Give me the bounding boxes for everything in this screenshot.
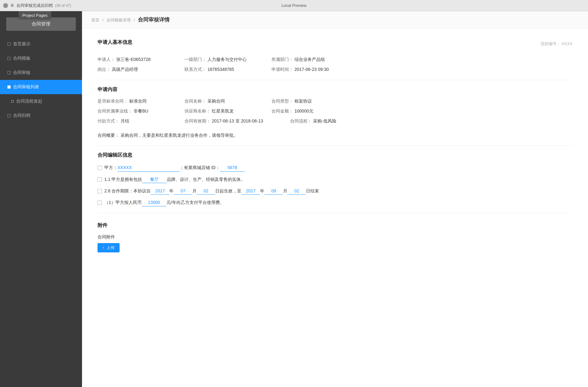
is-standard-item: 是否标准合同： 标准合同 xyxy=(98,99,166,104)
sidebar-icon-flow xyxy=(11,100,14,103)
sidebar-item-flow[interactable]: 合同流程发起 xyxy=(0,94,82,108)
sidebar-item-review-list[interactable]: 合同审核列表 xyxy=(0,80,82,94)
sidebar-label-archive: 合同归档 xyxy=(13,113,30,118)
sidebar-item-archive[interactable]: 合同归档 xyxy=(0,108,82,123)
breadcrumb-sep1: / xyxy=(103,18,104,22)
page-title: 合同审核详情 xyxy=(138,17,170,23)
sidebar-item-template[interactable]: 合同模板 xyxy=(0,51,82,66)
request-row-1: 是否标准合同： 标准合同 合同名称： 采购合同 合同类型： 框架协议 xyxy=(98,99,572,104)
sidebar-label-review: 合同审核 xyxy=(13,70,30,76)
main-layout: 合同管理 首页展示 合同模板 合同审核 合同审核列表 合同流程发起 合同归档 xyxy=(0,11,588,387)
project-pages-tooltip: Project Pages xyxy=(19,11,51,20)
sidebar-item-review[interactable]: 合同审核 xyxy=(0,66,82,80)
business-line-item: 合同所属事业线： 非餐BU xyxy=(98,108,166,114)
attachment-title: 附件 xyxy=(98,222,572,229)
edit-item-clause1: 1.1 甲方是拥有包括餐厅品牌、设计、生产、经销及零售的实体。 xyxy=(98,176,572,183)
applicant-row-1: 申请人： 张三爸-E0653728 一级部门： 人力服务与交付中心 所属部门： … xyxy=(98,57,572,62)
sidebar-icon-home xyxy=(7,43,11,46)
field-brand[interactable]: 餐厅 xyxy=(142,176,167,183)
edit-section: 合同编辑区信息 甲方：XXXXX；有莱商城店铺 ID：5678 1.1 甲方是拥… xyxy=(98,152,572,206)
applicant-name-item: 申请人： 张三爸-E0653728 xyxy=(98,57,166,62)
attachment-sub-label: 合同附件 xyxy=(98,234,572,240)
field-d2[interactable]: 02 xyxy=(287,187,306,195)
edit-section-title: 合同编辑区信息 xyxy=(98,152,572,159)
department-item: 一级部门： 人力服务与交付中心 xyxy=(185,57,253,62)
field-m2[interactable]: 09 xyxy=(264,187,283,195)
document-title: 合同审核完成后归档 xyxy=(16,3,53,8)
field-y2[interactable]: 2017 xyxy=(241,187,260,195)
checkbox-clause2[interactable] xyxy=(98,189,102,193)
checkbox-clause3[interactable] xyxy=(98,200,102,205)
sidebar-label-review-list: 合同审核列表 xyxy=(13,84,39,90)
supplier-item: 供应商名称： 红星美凯龙 xyxy=(185,108,253,114)
divider-3 xyxy=(98,213,572,213)
request-row-3: 付款方式： 月结 合同有效期： 2017-06-13 至 2018-06-13 … xyxy=(98,118,572,124)
flow-number: 流程编号： XXXX xyxy=(540,41,572,47)
attachment-section: 附件 合同附件 ↑ 上传 xyxy=(98,222,572,252)
divider-2 xyxy=(98,145,572,146)
request-section-title: 申请内容 xyxy=(98,86,572,93)
sidebar-icon-archive xyxy=(7,114,11,117)
content-area: 首页 / 合同模板管理 / 合同审核详情 申请人基本信息 流程编号： XXXX xyxy=(82,11,588,387)
divider-1 xyxy=(98,80,572,80)
top-bar: × ≡ 合同审核完成后归档 (38 of 47) Local Preview P… xyxy=(0,0,588,11)
sidebar-icon-template xyxy=(7,57,11,60)
request-row-2: 合同所属事业线： 非餐BU 供应商名称： 红星美凯龙 合同金额： 100000元 xyxy=(98,108,572,114)
apply-time-item: 申请时间： 2017-06-23 09:30 xyxy=(271,67,340,72)
applicant-row-2: 岗位： 高级产品经理 联系方式： 18765348765 申请时间： 2017-… xyxy=(98,67,572,72)
breadcrumb-home[interactable]: 首页 xyxy=(91,18,99,22)
page-count-badge: (38 of 47) xyxy=(55,3,71,8)
request-info-grid: 是否标准合同： 标准合同 合同名称： 采购合同 合同类型： 框架协议 xyxy=(98,99,572,124)
payment-item: 付款方式： 月结 xyxy=(98,118,166,124)
contact-item: 联系方式： 18765348765 xyxy=(185,67,253,72)
sidebar-label-home: 首页展示 xyxy=(13,41,30,47)
upload-icon: ↑ xyxy=(103,245,105,250)
sidebar-label-flow: 合同流程发起 xyxy=(16,99,42,104)
contract-type-item: 合同类型： 框架协议 xyxy=(271,99,340,104)
field-amount[interactable]: 13000 xyxy=(142,199,166,206)
field-d1[interactable]: 02 xyxy=(197,187,215,195)
sidebar-icon-review xyxy=(7,71,11,74)
breadcrumb: 首页 / 合同模板管理 / 合同审核详情 xyxy=(82,11,588,29)
sidebar-item-home[interactable]: 首页展示 xyxy=(0,37,82,51)
main-content: 申请人基本信息 流程编号： XXXX 申请人： 张三爸-E0653728 一级部… xyxy=(82,29,588,260)
menu-icon[interactable]: ≡ xyxy=(11,2,14,9)
breadcrumb-template-mgmt[interactable]: 合同模板管理 xyxy=(107,18,131,22)
request-section: 申请内容 是否标准合同： 标准合同 合同名称： 采购合同 合同类型： xyxy=(98,86,572,139)
edit-item-clause3: （1）甲方按人民币13000元/年向乙方支付平台使用费。 xyxy=(98,199,572,206)
field-y1[interactable]: 2017 xyxy=(151,187,169,195)
validity-item: 合同有效期： 2017-06-13 至 2018-06-13 xyxy=(185,118,271,124)
edit-item-party: 甲方：XXXXX；有莱商城店铺 ID：5678 xyxy=(98,164,572,171)
applicant-info-grid: 申请人： 张三爸-E0653728 一级部门： 人力服务与交付中心 所属部门： … xyxy=(98,57,572,72)
field-m1[interactable]: 07 xyxy=(174,187,192,195)
contract-name-item: 合同名称： 采购合同 xyxy=(185,99,253,104)
field-party-name[interactable]: XXXXX xyxy=(117,164,180,171)
local-preview-label: Local Preview xyxy=(281,3,307,8)
flow-type-item: 合同流程： 采购-低风险 xyxy=(290,118,358,124)
position-item: 岗位： 高级产品经理 xyxy=(98,67,166,72)
contract-amount-item: 合同金额： 100000元 xyxy=(271,108,340,114)
upload-button[interactable]: ↑ 上传 xyxy=(98,243,120,252)
checkbox-party[interactable] xyxy=(98,166,102,170)
summary-text: 合同概要： 采购合同，主要是和红星美凯龙进行业务合作，请领导审批。 xyxy=(98,131,572,139)
applicant-section-title: 申请人基本信息 xyxy=(98,39,132,46)
sidebar-icon-review-list xyxy=(7,85,11,89)
sidebar-label-template: 合同模板 xyxy=(13,56,30,61)
edit-item-clause2: 2.6 合作期限：本协议自2017年07月02日起生效，至2017年09月02日… xyxy=(98,187,572,195)
close-button[interactable]: × xyxy=(3,3,8,8)
sidebar: 合同管理 首页展示 合同模板 合同审核 合同审核列表 合同流程发起 合同归档 xyxy=(0,11,82,387)
belong-dept-item: 所属部门： 综合业务产品组 xyxy=(271,57,340,62)
checkbox-clause1[interactable] xyxy=(98,177,102,182)
field-store-id[interactable]: 5678 xyxy=(220,164,245,171)
breadcrumb-sep2: / xyxy=(134,18,135,22)
applicant-section: 申请人基本信息 流程编号： XXXX 申请人： 张三爸-E0653728 一级部… xyxy=(98,36,572,72)
